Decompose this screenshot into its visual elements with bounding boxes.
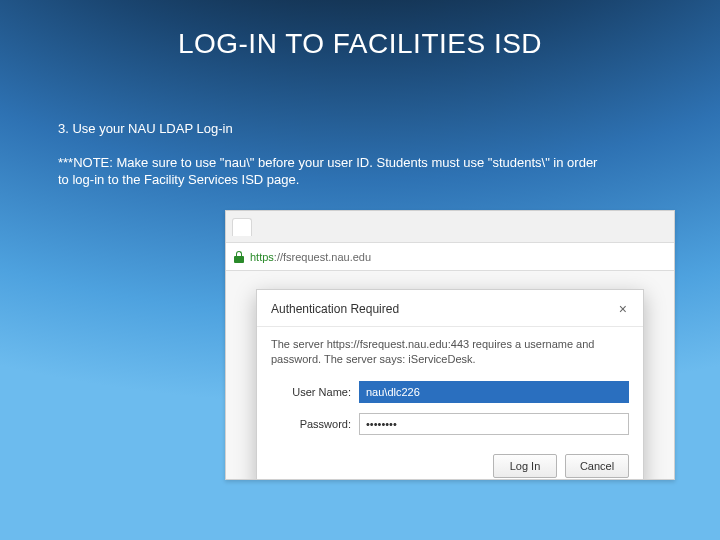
- url-scheme: https: [250, 251, 274, 263]
- username-input[interactable]: [359, 381, 629, 403]
- browser-tab[interactable]: [232, 218, 252, 236]
- dialog-footer: Log In Cancel: [493, 454, 629, 478]
- page-title: LOG-IN TO FACILITIES ISD: [0, 28, 720, 60]
- lock-icon: [234, 251, 244, 263]
- address-bar[interactable]: https://fsrequest.nau.edu: [226, 243, 674, 271]
- url-text: https://fsrequest.nau.edu: [250, 251, 371, 263]
- password-row: Password:: [271, 413, 629, 435]
- url-path: ://fsrequest.nau.edu: [274, 251, 371, 263]
- page-viewport: Authentication Required × The server htt…: [226, 271, 674, 479]
- password-input[interactable]: [359, 413, 629, 435]
- dialog-title: Authentication Required: [271, 302, 399, 316]
- tab-strip: [226, 211, 674, 243]
- close-icon[interactable]: ×: [615, 300, 631, 318]
- step-text: 3. Use your NAU LDAP Log-in: [58, 120, 598, 138]
- cancel-button[interactable]: Cancel: [565, 454, 629, 478]
- auth-dialog: Authentication Required × The server htt…: [256, 289, 644, 480]
- login-button[interactable]: Log In: [493, 454, 557, 478]
- dialog-message: The server https://fsrequest.nau.edu:443…: [257, 327, 643, 371]
- browser-screenshot: https://fsrequest.nau.edu Authentication…: [225, 210, 675, 480]
- note-text: ***NOTE: Make sure to use "nau\" before …: [58, 154, 598, 189]
- username-label: User Name:: [271, 386, 351, 398]
- username-row: User Name:: [271, 381, 629, 403]
- dialog-header: Authentication Required ×: [257, 290, 643, 327]
- password-label: Password:: [271, 418, 351, 430]
- instruction-block: 3. Use your NAU LDAP Log-in ***NOTE: Mak…: [58, 120, 598, 189]
